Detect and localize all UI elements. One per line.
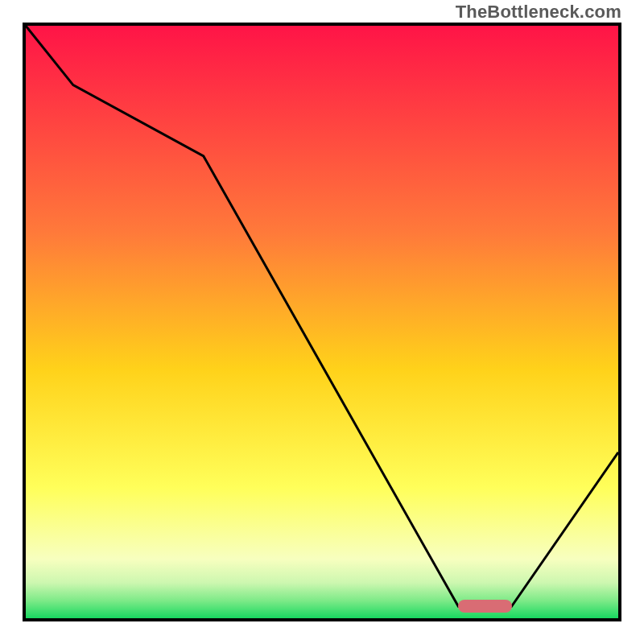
optimal-range-marker: [458, 600, 511, 613]
plot-area: [23, 23, 621, 621]
watermark-text: TheBottleneck.com: [456, 2, 621, 23]
curve-layer: [26, 26, 618, 618]
chart-frame: TheBottleneck.com: [0, 0, 644, 644]
bottleneck-curve: [26, 26, 618, 606]
